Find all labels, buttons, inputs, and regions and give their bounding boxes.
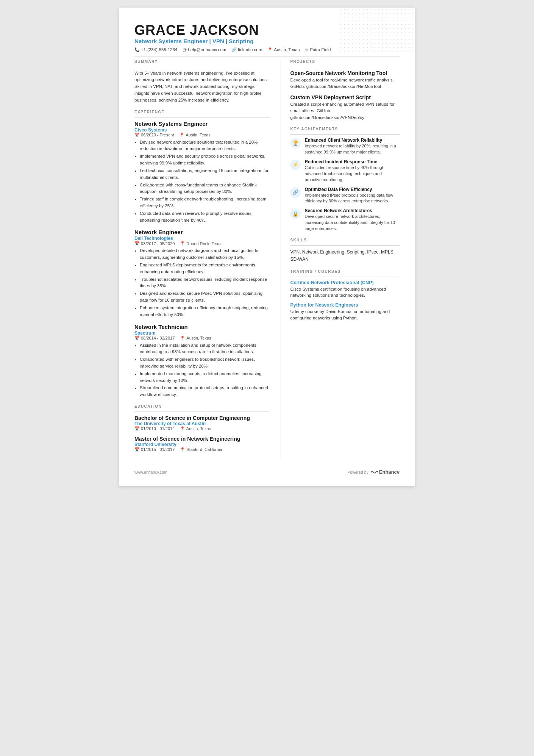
summary-section: SUMMARY With 5+ years in network systems…: [134, 59, 269, 104]
bullet: Developed detailed network diagrams and …: [140, 247, 269, 261]
achievement-content-4: Secured Network Architectures Developed …: [304, 208, 400, 232]
skills-section: SKILLS VPN, Network Engineering, Scripti…: [290, 238, 400, 263]
contact-location: 📍 Austin, Texas: [267, 47, 300, 52]
edu-loc-1: 📍 Austin, Texas: [180, 426, 211, 431]
experience-label: EXPERIENCE: [134, 110, 269, 114]
linkedin-icon: 🔗: [231, 47, 237, 52]
exp-title-2: Network Engineer: [134, 229, 269, 235]
exp-company-3: Spectrum: [134, 330, 269, 336]
cal-icon-2: 📅: [134, 241, 140, 246]
experience-section: EXPERIENCE Network Systems Engineer Cisc…: [134, 110, 269, 398]
project-desc-1: Developed a tool for real-time network t…: [290, 77, 400, 90]
edu-school-1: The University of Texas at Austin: [134, 421, 269, 426]
exp-dates-1: 📅 06/2020 - Present: [134, 133, 174, 138]
education-label: EDUCATION: [134, 404, 269, 409]
exp-company-2: Dell Technologies: [134, 236, 269, 241]
exp-bullets-2: Developed detailed network diagrams and …: [134, 247, 269, 318]
star-icon: ☆: [305, 47, 309, 52]
candidate-title: Network Systems Engineer | VPN | Scripti…: [134, 38, 400, 44]
training-divider: [290, 277, 400, 277]
bullet: Devised network architecture solutions t…: [140, 139, 269, 153]
achievement-icon-3: 🔗: [290, 187, 301, 198]
loc-icon-2: 📍: [180, 241, 185, 246]
edu-school-2: Stanford University: [134, 442, 269, 447]
exp-bullets-3: Assisted in the installation and setup o…: [134, 342, 269, 399]
main-content: SUMMARY With 5+ years in network systems…: [134, 59, 400, 458]
bullet: Implemented monitoring scripts to detect…: [140, 371, 269, 384]
achievement-icon-1: 🏆: [290, 138, 301, 149]
project-title-2: Custom VPN Deployment Script: [290, 94, 400, 100]
projects-label: PROJECTS: [290, 59, 400, 64]
bullet: Streamlined communication protocol setup…: [140, 385, 269, 398]
exp-title-1: Network Systems Engineer: [134, 121, 269, 127]
achievements-divider: [290, 134, 400, 135]
edu-meta-2: 📅 01/2015 - 01/2017 📍 Stanford, Californ…: [134, 447, 269, 452]
bullet: Collaborated with engineers to troublesh…: [140, 356, 269, 370]
email-icon: @: [183, 47, 187, 52]
achievement-icon-4: 🔒: [290, 208, 301, 219]
exp-title-3: Network Technician: [134, 324, 269, 330]
project-title-1: Open-Source Network Monitoring Tool: [290, 70, 400, 76]
resume-page: GRACE JACKSON Network Systems Engineer |…: [119, 8, 415, 486]
bullet: Designed and executed secure IPsec VPN s…: [140, 290, 269, 304]
edu-loc-2: 📍 Stanford, California: [180, 447, 222, 452]
location-icon: 📍: [267, 47, 273, 52]
achievement-content-2: Reduced Incident Response Time Cut incid…: [304, 159, 400, 183]
exp-meta-1: 📅 06/2020 - Present 📍 Austin, Texas: [134, 133, 269, 138]
achievement-4: 🔒 Secured Network Architectures Develope…: [290, 208, 400, 232]
edu-dates-1: 📅 01/2010 - 01/2014: [134, 426, 175, 431]
loc-icon-3: 📍: [180, 336, 185, 341]
training-section: TRAINING / COURSES Certified Network Pro…: [290, 269, 400, 321]
edu-cal-icon-1: 📅: [134, 426, 140, 431]
exp-meta-2: 📅 03/2017 - 05/2020 📍 Round Rock, Texas: [134, 241, 269, 246]
bullet: Engineered MPLS deployments for enterpri…: [140, 262, 269, 275]
projects-section: PROJECTS Open-Source Network Monitoring …: [290, 59, 400, 121]
edu-degree-1: Bachelor of Science in Computer Engineer…: [134, 415, 269, 421]
achievement-title-1: Enhanced Client Network Reliability: [304, 138, 400, 143]
powered-by-text: Powered by: [347, 470, 368, 474]
experience-divider: [134, 117, 269, 117]
course-entry-1: Certified Network Professional (CNP) Cis…: [290, 280, 400, 299]
summary-text: With 5+ years in network systems enginee…: [134, 70, 269, 104]
exp-location-2: 📍 Round Rock, Texas: [180, 241, 222, 246]
enhancv-logo-icon: [370, 470, 378, 475]
achievement-icon-2: ⚡: [290, 160, 301, 170]
contact-phone: 📞 +1-(234)-555-1234: [134, 47, 177, 52]
bullet: Conducted data-driven reviews to promptl…: [140, 210, 269, 224]
achievement-3: 🔗 Optimized Data Flow Efficiency Impleme…: [290, 187, 400, 205]
course-entry-2: Python for Network Engineers Udemy cours…: [290, 302, 400, 321]
exp-location-3: 📍 Austin, Texas: [180, 336, 211, 341]
footer: www.enhancv.com Powered by Enhancv: [134, 466, 400, 475]
cal-icon-1: 📅: [134, 133, 140, 138]
contact-email: @ help@enhancv.com: [183, 47, 226, 52]
left-column: SUMMARY With 5+ years in network systems…: [134, 59, 269, 458]
achievement-content-3: Optimized Data Flow Efficiency Implement…: [304, 187, 400, 205]
course-desc-2: Udemy course by David Bombal on automati…: [290, 308, 400, 321]
exp-location-1: 📍 Austin, Texas: [179, 133, 210, 138]
contact-linkedin: 🔗 linkedin.com: [231, 47, 262, 52]
exp-dates-3: 📅 08/2014 - 02/2017: [134, 336, 175, 341]
exp-bullets-1: Devised network architecture solutions t…: [134, 139, 269, 224]
bullet: Troubleshot escalated network issues, re…: [140, 276, 269, 290]
course-desc-1: Cisco Systems certification focusing on …: [290, 286, 400, 299]
exp-entry-3: Network Technician Spectrum 📅 08/2014 - …: [134, 324, 269, 399]
achievement-desc-2: Cut incident response time by 40% throug…: [304, 165, 400, 183]
bullet: Led technical consultations, engineering…: [140, 167, 269, 181]
bullet: Assisted in the installation and setup o…: [140, 342, 269, 356]
achievement-desc-4: Developed secure network architectures, …: [304, 214, 400, 232]
bullet: Trained staff in complex network trouble…: [140, 196, 269, 210]
achievement-desc-3: Implemented IPsec protocols boosting dat…: [304, 193, 400, 205]
achievement-2: ⚡ Reduced Incident Response Time Cut inc…: [290, 159, 400, 183]
footer-brand: Powered by Enhancv: [347, 469, 400, 475]
exp-entry-2: Network Engineer Dell Technologies 📅 03/…: [134, 229, 269, 318]
summary-divider: [134, 67, 269, 67]
achievement-desc-1: Improved network reliability by 20%, res…: [304, 143, 400, 155]
right-column: PROJECTS Open-Source Network Monitoring …: [281, 59, 400, 458]
candidate-name: GRACE JACKSON: [134, 23, 400, 38]
achievement-title-2: Reduced Incident Response Time: [304, 159, 400, 164]
edu-loc-icon-2: 📍: [180, 447, 185, 452]
skills-label: SKILLS: [290, 238, 400, 242]
edu-degree-2: Master of Science in Network Engineering: [134, 436, 269, 442]
cal-icon-3: 📅: [134, 336, 140, 341]
bullet: Collaborated with cross-functional teams…: [140, 182, 269, 196]
